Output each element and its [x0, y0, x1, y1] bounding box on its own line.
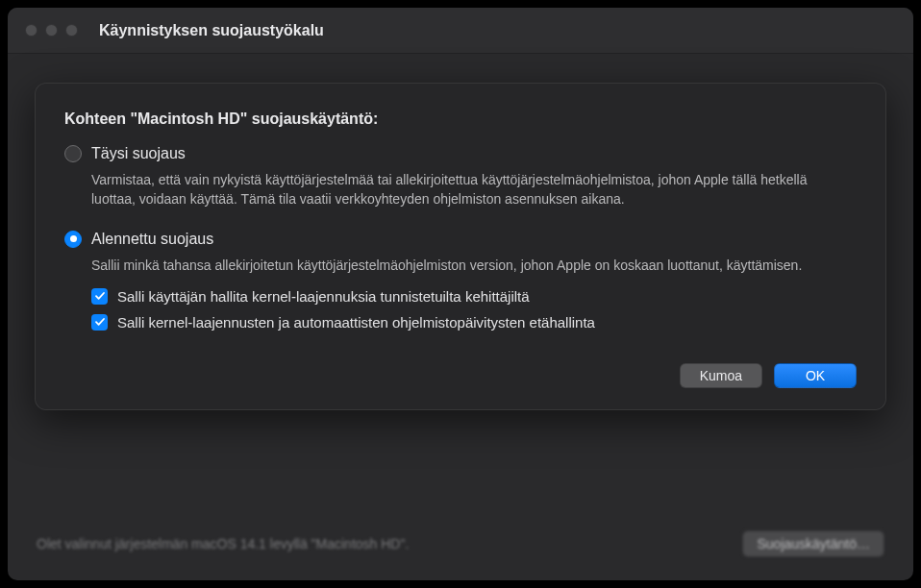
- radio-item-full-security: Täysi suojaus Varmistaa, että vain nykyi…: [64, 145, 857, 209]
- checkbox-label-remote: Salli kernel-laajennusten ja automaattis…: [117, 314, 595, 331]
- sheet-title: Kohteen "Macintosh HD" suojauskäytäntö:: [64, 110, 857, 128]
- radio-button-icon: [64, 231, 82, 248]
- traffic-lights: [25, 24, 78, 37]
- radio-desc-reduced: Sallii minkä tahansa allekirjoitetun käy…: [91, 256, 857, 275]
- titlebar: Käynnistyksen suojaustyökalu: [8, 8, 913, 54]
- radio-label-reduced: Alennettu suojaus: [91, 231, 213, 248]
- radio-full-security[interactable]: Täysi suojaus: [64, 145, 857, 162]
- radio-item-reduced-security: Alennettu suojaus Sallii minkä tahansa a…: [64, 231, 857, 331]
- main-window: Käynnistyksen suojaustyökalu Olet valinn…: [8, 8, 913, 580]
- reduced-checkbox-group: Salli käyttäjän hallita kernel-laajennuk…: [91, 288, 857, 331]
- security-policy-button[interactable]: Suojauskäytäntö…: [742, 530, 884, 557]
- checkbox-checked-icon: [91, 314, 108, 331]
- checkbox-label-kext: Salli käyttäjän hallita kernel-laajennuk…: [117, 288, 530, 305]
- close-icon[interactable]: [25, 24, 37, 37]
- radio-button-icon: [64, 145, 82, 162]
- security-radio-group: Täysi suojaus Varmistaa, että vain nykyi…: [64, 145, 857, 331]
- sheet-button-row: Kumoa OK: [64, 363, 857, 388]
- radio-reduced-security[interactable]: Alennettu suojaus: [64, 231, 857, 248]
- window-title: Käynnistyksen suojaustyökalu: [99, 22, 324, 39]
- cancel-button[interactable]: Kumoa: [680, 363, 762, 388]
- background-status-row: Olet valinnut järjestelmän macOS 14.1 le…: [37, 530, 884, 557]
- background-status-text: Olet valinnut järjestelmän macOS 14.1 le…: [37, 536, 409, 551]
- checkbox-kernel-extensions[interactable]: Salli käyttäjän hallita kernel-laajennuk…: [91, 288, 857, 305]
- security-policy-sheet: Kohteen "Macintosh HD" suojauskäytäntö: …: [35, 83, 886, 410]
- checkbox-remote-management[interactable]: Salli kernel-laajennusten ja automaattis…: [91, 314, 857, 331]
- radio-label-full: Täysi suojaus: [91, 145, 186, 162]
- minimize-icon[interactable]: [45, 24, 58, 37]
- radio-desc-full: Varmistaa, että vain nykyistä käyttöjärj…: [91, 170, 857, 209]
- ok-button[interactable]: OK: [774, 363, 857, 388]
- zoom-icon[interactable]: [65, 24, 78, 37]
- checkbox-checked-icon: [91, 288, 108, 305]
